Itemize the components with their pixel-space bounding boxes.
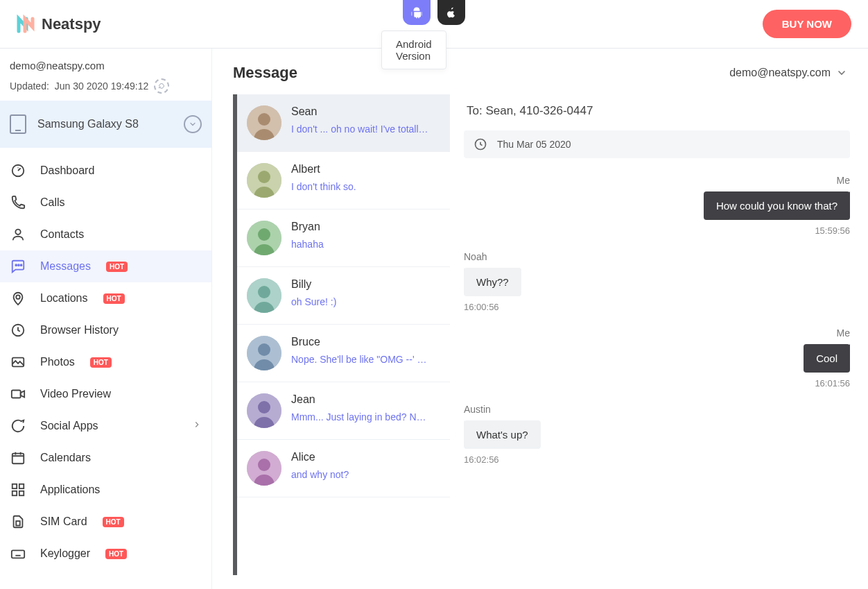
message-bubble: What's up? (464, 420, 541, 449)
brand-logo: Neatspy (17, 15, 101, 34)
chevron-down-icon (836, 67, 847, 78)
avatar (247, 451, 281, 486)
sidebar-item-social-apps[interactable]: Social Apps (0, 410, 211, 442)
svg-rect-13 (19, 491, 24, 495)
thread-recipient: To: Sean, 410-326-0447 (464, 94, 850, 130)
hot-badge: HOT (90, 357, 112, 368)
svg-point-17 (258, 113, 270, 126)
sidebar-item-video-preview[interactable]: Video Preview (0, 378, 211, 410)
sidebar-item-keylogger[interactable]: KeyloggerHOT (0, 538, 211, 570)
menu-icon (10, 514, 26, 529)
conversation-name: Bryan (291, 221, 324, 233)
sidebar-item-photos[interactable]: PhotosHOT (0, 346, 211, 378)
svg-rect-12 (12, 491, 17, 495)
hot-badge: HOT (106, 262, 128, 272)
thread-scroll[interactable]: To: Sean, 410-326-0447Thu Mar 05 2020MeH… (464, 94, 854, 575)
menu-label: SIM Card (40, 515, 87, 528)
brand-name: Neatspy (42, 15, 101, 33)
logo-icon (17, 15, 36, 34)
sidebar-item-contacts[interactable]: Contacts (0, 219, 211, 250)
conversation-preview: and why not? (291, 469, 349, 480)
message-sender: Me (464, 175, 850, 186)
conversation-name: Alice (291, 451, 349, 463)
menu-icon (10, 482, 26, 497)
sidebar-item-locations[interactable]: LocationsHOT (0, 282, 211, 314)
menu-label: Messages (40, 260, 91, 273)
conversation-item[interactable]: AlbertI don't think so. (237, 152, 450, 210)
apple-pill[interactable] (437, 0, 465, 25)
message-block: NoahWhy??16:00:56 (464, 251, 850, 312)
sidebar-item-sim-card[interactable]: SIM CardHOT (0, 506, 211, 538)
device-selector[interactable]: Samsung Galaxy S8 (0, 101, 211, 148)
menu-icon (10, 450, 26, 466)
message-bubble: Why?? (464, 268, 521, 296)
menu-label: Social Apps (40, 420, 98, 432)
avatar (247, 336, 281, 370)
menu-icon (10, 323, 26, 338)
conversation-name: Sean (291, 105, 428, 118)
buy-now-button[interactable]: BUY NOW (763, 10, 851, 38)
menu-icon (10, 355, 26, 370)
hot-badge: HOT (103, 517, 124, 527)
conversation-preview: hahaha (291, 239, 324, 250)
menu-label: Contacts (40, 228, 84, 241)
message-time: 15:59:56 (464, 225, 850, 236)
menu-label: Photos (40, 356, 75, 368)
message-block: AustinWhat's up?16:02:56 (464, 404, 850, 465)
conversation-name: Billy (291, 278, 336, 291)
app-header: Neatspy Android Version BUY NOW (0, 0, 868, 49)
conversation-scroll[interactable]: SeanI don't ... oh no wait! I've totall…… (233, 94, 450, 575)
sidebar-item-calendars[interactable]: Calendars (0, 442, 211, 474)
account-email: demo@neatspy.com (10, 60, 202, 71)
avatar (247, 221, 281, 255)
main-panel: Message demo@neatspy.com SeanI don't ...… (212, 49, 868, 589)
svg-point-27 (258, 401, 270, 413)
page-user-menu[interactable]: demo@neatspy.com (729, 67, 847, 79)
android-pill[interactable] (403, 0, 431, 25)
message-row: What's up? (464, 420, 850, 449)
sidebar-item-messages[interactable]: MessagesHOT (0, 250, 211, 282)
conversation-name: Bruce (291, 336, 427, 348)
chevron-right-icon (192, 420, 202, 432)
conversation-item[interactable]: SeanI don't ... oh no wait! I've totall… (237, 94, 450, 152)
sidebar: demo@neatspy.com Updated: Jun 30 2020 19… (0, 49, 212, 589)
menu-label: Calendars (40, 452, 91, 464)
sidebar-item-dashboard[interactable]: Dashboard (0, 155, 211, 187)
account-info: demo@neatspy.com Updated: Jun 30 2020 19… (0, 49, 211, 101)
refresh-icon[interactable] (154, 78, 169, 94)
svg-point-1 (15, 230, 20, 234)
sidebar-item-applications[interactable]: Applications (0, 474, 211, 506)
date-separator: Thu Mar 05 2020 (464, 130, 850, 158)
message-time: 16:00:56 (464, 302, 850, 312)
message-sender: Austin (464, 404, 850, 415)
hot-badge: HOT (105, 549, 127, 559)
sidebar-item-browser-history[interactable]: Browser History (0, 314, 211, 346)
app-body: demo@neatspy.com Updated: Jun 30 2020 19… (0, 49, 868, 589)
avatar (247, 105, 281, 140)
conversation-item[interactable]: JeanMmm... Just laying in bed? N… (237, 382, 450, 440)
message-block: MeCool16:01:56 (464, 327, 850, 389)
svg-rect-11 (19, 484, 24, 488)
device-name: Samsung Galaxy S8 (37, 118, 173, 130)
conversation-item[interactable]: Aliceand why not? (237, 440, 450, 497)
avatar (247, 163, 281, 198)
conversation-name: Jean (291, 393, 426, 406)
message-row: How could you know that? (464, 191, 850, 220)
clock-icon (474, 137, 487, 151)
menu-icon (10, 418, 26, 434)
svg-point-5 (16, 295, 20, 299)
date-label: Thu Mar 05 2020 (497, 139, 571, 150)
conversation-item[interactable]: Bryanhahaha (237, 210, 450, 267)
menu-icon (10, 259, 26, 274)
avatar (247, 393, 281, 428)
conversation-text: Billyoh Sure! :) (291, 278, 336, 313)
message-bubble: Cool (804, 344, 850, 373)
sidebar-item-calls[interactable]: Calls (0, 187, 211, 219)
conversation-item[interactable]: Billyoh Sure! :) (237, 267, 450, 325)
message-block: MeHow could you know that?15:59:56 (464, 175, 850, 236)
conversation-item[interactable]: BruceNope. She'll be like "OMG --' … (237, 325, 450, 382)
menu-icon (10, 195, 26, 210)
apple-icon (446, 6, 457, 19)
menu-icon (10, 546, 26, 561)
android-tooltip: Android Version (381, 31, 446, 69)
